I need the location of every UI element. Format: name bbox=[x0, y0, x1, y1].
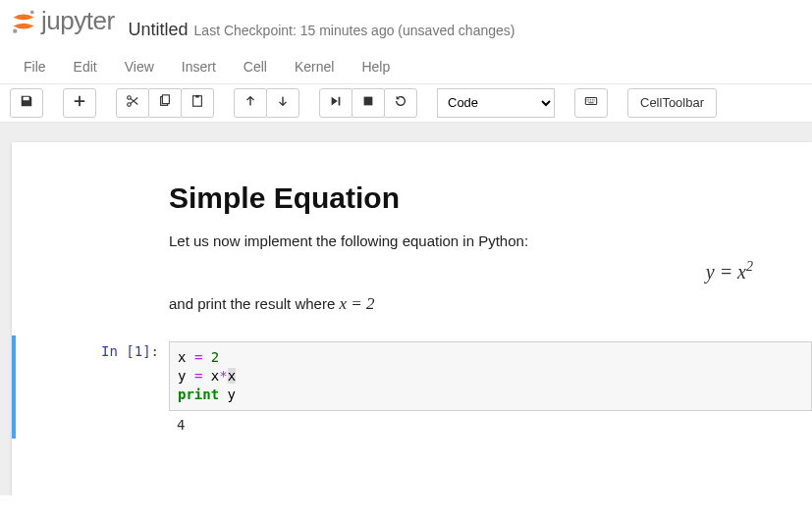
notebook: Simple Equation Let us now implement the… bbox=[12, 142, 812, 495]
workspace: Simple Equation Let us now implement the… bbox=[0, 123, 812, 495]
equation-display: y = x2 bbox=[169, 259, 773, 284]
step-forward-icon bbox=[329, 94, 343, 111]
menu-cell[interactable]: Cell bbox=[230, 50, 281, 83]
copy-button[interactable] bbox=[148, 88, 182, 118]
checkpoint-status: Last Checkpoint: 15 minutes ago (unsaved… bbox=[194, 23, 515, 38]
stop-icon bbox=[361, 94, 375, 111]
keyboard-icon bbox=[584, 94, 598, 111]
code-area: x = 2 y = x*x print y 4 bbox=[169, 341, 812, 433]
paragraph-intro: Let us now implement the following equat… bbox=[169, 232, 773, 249]
svg-point-0 bbox=[30, 10, 34, 14]
celltoolbar-button[interactable]: CellToolbar bbox=[627, 88, 717, 118]
restart-button[interactable] bbox=[384, 88, 417, 118]
paste-button[interactable] bbox=[181, 88, 214, 118]
paste-icon bbox=[190, 94, 204, 111]
arrow-up-icon bbox=[244, 94, 257, 111]
code-output: 4 bbox=[169, 411, 812, 433]
code-line-2: y = x*x bbox=[178, 367, 803, 386]
paragraph-condition: and print the result where x = 2 bbox=[169, 294, 773, 314]
add-cell-button[interactable] bbox=[63, 88, 96, 118]
run-button[interactable] bbox=[319, 88, 352, 118]
markdown-cell[interactable]: Simple Equation Let us now implement the… bbox=[169, 181, 773, 315]
menu-file[interactable]: File bbox=[10, 50, 60, 83]
menu-kernel[interactable]: Kernel bbox=[281, 50, 348, 83]
menu-view[interactable]: View bbox=[111, 50, 168, 83]
header: jupyter Untitled Last Checkpoint: 15 min… bbox=[0, 0, 812, 48]
svg-rect-8 bbox=[364, 97, 373, 106]
save-icon bbox=[20, 94, 33, 111]
plus-icon bbox=[73, 94, 86, 111]
copy-icon bbox=[158, 94, 172, 111]
interrupt-button[interactable] bbox=[352, 88, 385, 118]
code-line-1: x = 2 bbox=[178, 348, 803, 367]
code-input[interactable]: x = 2 y = x*x print y bbox=[169, 341, 812, 411]
toolbar: Code CellToolbar bbox=[0, 84, 812, 123]
menu-help[interactable]: Help bbox=[348, 50, 404, 83]
svg-rect-7 bbox=[195, 95, 199, 98]
command-palette-button[interactable] bbox=[574, 88, 608, 118]
code-line-3: print y bbox=[178, 386, 803, 404]
input-prompt: In [1]: bbox=[16, 341, 169, 433]
scissors-icon bbox=[126, 94, 139, 111]
restart-icon bbox=[394, 94, 407, 111]
save-button[interactable] bbox=[10, 88, 43, 118]
move-down-button[interactable] bbox=[266, 88, 299, 118]
cut-button[interactable] bbox=[116, 88, 149, 118]
menubar: File Edit View Insert Cell Kernel Help bbox=[0, 48, 812, 84]
menu-edit[interactable]: Edit bbox=[60, 50, 111, 83]
logo-text: jupyter bbox=[41, 6, 115, 36]
arrow-down-icon bbox=[276, 94, 290, 111]
move-up-button[interactable] bbox=[234, 88, 267, 118]
svg-rect-5 bbox=[162, 95, 169, 104]
menu-insert[interactable]: Insert bbox=[168, 50, 230, 83]
heading: Simple Equation bbox=[169, 181, 773, 215]
svg-point-1 bbox=[13, 28, 17, 32]
code-cell[interactable]: In [1]: x = 2 y = x*x print y 4 bbox=[12, 335, 812, 439]
notebook-title[interactable]: Untitled bbox=[129, 20, 189, 40]
jupyter-logo: jupyter bbox=[10, 6, 115, 36]
celltype-select[interactable]: Code bbox=[437, 88, 555, 118]
jupyter-icon bbox=[10, 8, 37, 35]
